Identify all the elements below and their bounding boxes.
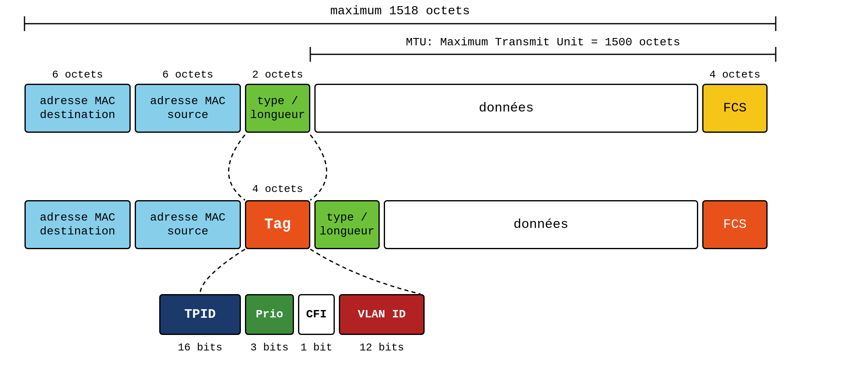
f1-type-text: type / longueur — [250, 94, 305, 122]
prio-bits-label: 3 bits — [245, 341, 294, 354]
f2-data-box: données — [384, 200, 698, 249]
f1-fcs-octet-label: 4 octets — [702, 69, 768, 81]
prio-text: Prio — [256, 308, 283, 321]
f1-type-box: type / longueur — [245, 84, 310, 133]
vlanid-text: VLAN ID — [358, 308, 406, 321]
f1-dst-text: adresse MAC destination — [40, 94, 116, 122]
f2-src-text: adresse MAC source — [150, 211, 226, 238]
f1-src-octet-label: 6 octets — [135, 69, 241, 81]
f1-fcs-box: FCS — [702, 84, 768, 133]
vlanid-box: VLAN ID — [339, 294, 425, 335]
prio-box: Prio — [245, 294, 294, 335]
f1-src-text: adresse MAC source — [150, 94, 226, 122]
f1-src-box: adresse MAC source — [135, 84, 241, 133]
tpid-text: TPID — [185, 307, 216, 322]
f2-dst-box: adresse MAC destination — [24, 200, 131, 249]
f1-fcs-text: FCS — [723, 100, 747, 116]
f2-fcs-text: FCS — [723, 217, 747, 232]
cfi-bits-label: 1 bit — [298, 341, 335, 354]
f1-data-box: données — [314, 84, 698, 133]
mtu-label: MTU: Maximum Transmit Unit = 1500 octets — [310, 36, 776, 49]
f2-tag-octet-label: 4 octets — [245, 183, 310, 195]
tpid-bits-label: 16 bits — [159, 341, 241, 354]
f2-fcs-box: FCS — [702, 200, 768, 249]
f2-tag-text: Tag — [265, 216, 291, 233]
max-octets-label: maximum 1518 octets — [24, 4, 776, 18]
f1-data-text: données — [479, 100, 534, 116]
f1-dst-octet-label: 6 octets — [24, 69, 131, 81]
cfi-box: CFI — [298, 294, 335, 335]
f2-type-text: type / longueur — [320, 211, 374, 238]
f1-type-octet-label: 2 octets — [245, 69, 310, 81]
tpid-box: TPID — [159, 294, 241, 335]
vlanid-bits-label: 12 bits — [339, 341, 425, 354]
f2-data-text: données — [514, 217, 568, 232]
f1-dst-box: adresse MAC destination — [24, 84, 131, 133]
f2-src-box: adresse MAC source — [135, 200, 241, 249]
f2-type-box: type / longueur — [314, 200, 380, 249]
f2-dst-text: adresse MAC destination — [40, 211, 116, 238]
cfi-text: CFI — [306, 308, 327, 321]
f2-tag-box: Tag — [245, 200, 310, 249]
